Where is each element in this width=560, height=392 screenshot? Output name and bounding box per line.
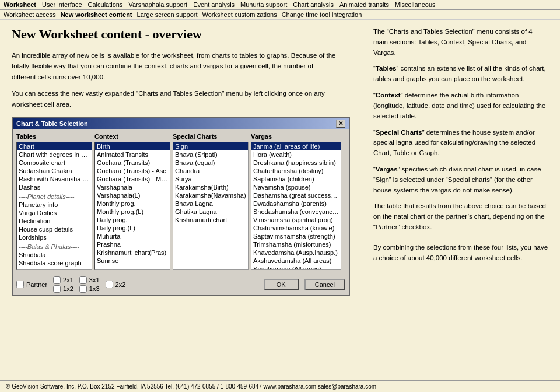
list-item[interactable]: Animated Transits: [95, 150, 170, 159]
list-item[interactable]: Akshavedamsha (All areas): [251, 257, 341, 265]
list-item[interactable]: Gochara (Transits) - Moo: [95, 175, 170, 183]
list-item[interactable]: Chart: [17, 142, 92, 150]
menu-item-chart-analysis[interactable]: Chart analysis: [293, 1, 334, 8]
list-item[interactable]: Hora (wealth): [251, 150, 341, 159]
list-item[interactable]: Monthly prog.: [95, 200, 170, 208]
list-item[interactable]: Chandra: [173, 167, 248, 175]
list-item[interactable]: Shadbala: [17, 251, 92, 259]
dialog-titlebar: Chart & Table Selection ✕: [13, 118, 349, 130]
list-item[interactable]: Vimshamsha (spiritual prog): [251, 216, 341, 224]
tables-col-header: Tables: [16, 133, 92, 140]
list-item[interactable]: House cusp details: [17, 225, 92, 233]
list-item[interactable]: Gochara (Transits) - Asc: [95, 167, 170, 175]
vargas-listbox[interactable]: Janma (all areas of life)Hora (wealth)Dr…: [251, 142, 341, 270]
menu-item-calculations[interactable]: Calculations: [88, 1, 123, 8]
sub-menu-bar: Worksheet accessNew worksheet contentLar…: [0, 10, 560, 20]
list-item[interactable]: Krishnamurti chart: [173, 216, 248, 224]
list-item[interactable]: Karakamsha(Birth): [173, 183, 248, 191]
list-item[interactable]: Lordships: [17, 233, 92, 242]
list-item[interactable]: Daily prog.(L): [95, 224, 170, 232]
list-item[interactable]: Bhava (equal): [173, 159, 248, 167]
size-1x2-checkbox[interactable]: [53, 285, 61, 293]
list-item[interactable]: Trimshamsha (misfortunes): [251, 240, 341, 249]
dialog-close-button[interactable]: ✕: [336, 120, 345, 128]
size-2x1-label: 2x1: [63, 276, 74, 284]
list-item[interactable]: Shadbala score graph: [17, 259, 92, 267]
list-item[interactable]: Birth: [95, 142, 170, 150]
size-3x1-checkbox[interactable]: [79, 276, 87, 284]
list-item[interactable]: Sunrise: [95, 257, 170, 265]
menu-item-miscellaneous[interactable]: Miscellaneous: [395, 1, 436, 8]
list-item[interactable]: Sign: [173, 142, 248, 150]
sub-menu-item[interactable]: Large screen support: [137, 11, 198, 18]
list-item[interactable]: Declination: [17, 217, 92, 225]
sub-menu-item[interactable]: New worksheet content: [61, 11, 132, 18]
context-listbox[interactable]: BirthAnimated TransitsGochara (Transits)…: [94, 142, 170, 270]
size-2x1-checkbox[interactable]: [53, 276, 61, 284]
list-item[interactable]: Bhava Lagna: [173, 200, 248, 208]
context-column: Context BirthAnimated TransitsGochara (T…: [94, 133, 170, 270]
special-charts-listbox[interactable]: SignBhava (Sripati)Bhava (equal)ChandraS…: [173, 142, 249, 270]
list-item[interactable]: Shastiamsha (All areas): [251, 265, 341, 270]
dialog-columns: Tables ChartChart with degrees in chartC…: [13, 130, 349, 274]
ok-button[interactable]: OK: [264, 279, 299, 290]
menu-item-worksheet[interactable]: Worksheet: [4, 1, 36, 8]
main-content: New Worksheet content - overview An incr…: [0, 20, 560, 303]
right-para-2-post: ” contains an extensive list of all the …: [373, 65, 546, 82]
list-item[interactable]: Bhava Bala table: [17, 267, 92, 270]
list-item[interactable]: Krishnamurti chart(Pras): [95, 249, 170, 257]
list-item[interactable]: Saptamsha (children): [251, 175, 341, 183]
partner-checkbox[interactable]: [16, 281, 24, 288]
cancel-button[interactable]: Cancel: [304, 279, 345, 290]
sub-menu-item[interactable]: Worksheet customizations: [202, 11, 276, 18]
menu-item-varshaphala[interactable]: Varshaphala support: [128, 1, 187, 8]
size-2x2-checkbox[interactable]: [106, 281, 113, 288]
list-item[interactable]: Prashna: [95, 240, 170, 249]
list-item[interactable]: Karakamsha(Navamsha): [173, 191, 248, 200]
list-item[interactable]: Monthly prog.(L): [95, 208, 170, 216]
right-para-5-post: ” specifies which divisional chart is us…: [373, 166, 541, 194]
list-item[interactable]: Dashamsha (great successes): [251, 191, 341, 200]
list-item[interactable]: Shodashamsha (conveyances): [251, 208, 341, 216]
list-item[interactable]: Varga Deities: [17, 209, 92, 217]
list-item[interactable]: Dreshkana (happiness siblin): [251, 159, 341, 167]
list-item[interactable]: ----Planet details----: [17, 192, 92, 201]
list-item[interactable]: Varshaphala(L): [95, 191, 170, 200]
list-item[interactable]: Janma (all areas of life): [251, 142, 341, 150]
tables-column: Tables ChartChart with degrees in chartC…: [16, 133, 92, 270]
list-item[interactable]: Muhurta: [95, 232, 170, 240]
list-item[interactable]: Khavedamsha (Ausp.Inausp.): [251, 249, 341, 257]
menu-item-user-interface[interactable]: User interface: [42, 1, 82, 8]
list-item[interactable]: Gochara (Transits): [95, 159, 170, 167]
list-item[interactable]: Saptavimshamsha (strength): [251, 232, 341, 240]
right-para-4: “Special Charts” determines the house sy…: [373, 128, 548, 159]
menu-item-animated-transits[interactable]: Animated transits: [340, 1, 389, 8]
list-item[interactable]: Daily prog.: [95, 216, 170, 224]
dialog-title: Chart & Table Selection: [16, 120, 88, 127]
list-item[interactable]: Composite chart: [17, 159, 92, 167]
tables-listbox[interactable]: ChartChart with degrees in chartComposit…: [16, 142, 92, 270]
sub-menu-item[interactable]: Worksheet access: [4, 11, 56, 18]
list-item[interactable]: Dwadashamsha (parents): [251, 200, 341, 208]
sub-menu-item[interactable]: Change time tool integration: [282, 11, 362, 18]
menu-item-muhurta[interactable]: Muhurta support: [240, 1, 287, 8]
size-1x3-checkbox[interactable]: [79, 285, 87, 293]
list-item[interactable]: Planetary info: [17, 201, 92, 209]
list-item[interactable]: Chart with degrees in chart: [17, 150, 92, 159]
dialog-footer: Partner 2x1 1x2 3x1: [13, 274, 349, 295]
list-item[interactable]: Chaturthamsha (destiny): [251, 167, 341, 175]
list-item[interactable]: Chaturvimshamsha (knowle): [251, 224, 341, 232]
list-item[interactable]: Surya: [173, 175, 248, 183]
size-3x1-group: 3x1: [79, 276, 100, 284]
list-item[interactable]: Dashas: [17, 183, 92, 191]
list-item[interactable]: Ghatika Lagna: [173, 208, 248, 216]
list-item[interactable]: Navamsha (spouse): [251, 183, 341, 191]
list-item[interactable]: Rashi with Navamsha position: [17, 175, 92, 183]
list-item[interactable]: Bhava (Sripati): [173, 150, 248, 159]
list-item[interactable]: ----Balas & Phalas----: [17, 243, 92, 251]
size-1x3-group: 1x3: [79, 285, 100, 293]
list-item[interactable]: Varshaphala: [95, 183, 170, 191]
menu-item-event-analysis[interactable]: Event analysis: [193, 1, 235, 8]
list-item[interactable]: Sudarshan Chakra: [17, 167, 92, 175]
right-para-3-bold: Context: [376, 92, 401, 99]
